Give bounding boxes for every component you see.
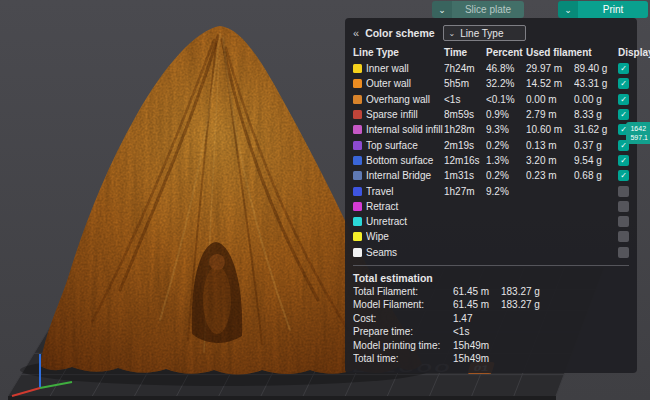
line-type-label: Bottom surface (366, 155, 444, 166)
filament-length-cell: 29.97 m (526, 63, 574, 74)
filament-weight-cell: 0.37 g (574, 140, 618, 151)
table-header: Line Type Time Percent Used filament Dis… (353, 44, 629, 61)
display-checkbox[interactable] (618, 216, 629, 227)
line-type-row: Internal solid infill1h28m9.3%10.60 m31.… (353, 122, 629, 137)
line-type-label: Outer wall (366, 78, 444, 89)
total-value: 15h49m (453, 353, 501, 364)
line-color-swatch (353, 141, 362, 150)
time-cell: 5h5m (444, 78, 486, 89)
filament-weight-cell: 31.62 g (574, 124, 618, 135)
total-row: Prepare time:<1s (353, 325, 629, 338)
line-type-rows: Inner wall7h24m46.8%29.97 m89.40 g✓Outer… (353, 61, 629, 260)
layer-height: 597.1 (630, 133, 648, 142)
line-color-swatch (353, 110, 362, 119)
col-percent: Percent (486, 47, 526, 58)
line-color-swatch (353, 187, 362, 196)
total-label: Model printing time: (353, 340, 453, 351)
col-line-type: Line Type (353, 47, 444, 58)
line-type-label: Travel (366, 186, 444, 197)
filament-length-cell: 0.00 m (526, 94, 574, 105)
display-checkbox[interactable]: ✓ (618, 94, 629, 105)
filament-length-cell: 3.20 m (526, 155, 574, 166)
line-type-row: Seams (353, 245, 629, 260)
line-type-row: Outer wall5h5m32.2%14.52 m43.31 g✓ (353, 76, 629, 91)
filament-length-cell: 10.60 m (526, 124, 574, 135)
panel-header: « Color scheme ⌄ Line Type (353, 22, 629, 44)
percent-cell: 0.2% (486, 170, 526, 181)
time-cell: 2m19s (444, 140, 486, 151)
line-type-row: Wipe (353, 229, 629, 244)
time-cell: 1h28m (444, 124, 486, 135)
line-type-row: Travel1h27m9.2% (353, 183, 629, 198)
print-button[interactable]: ⌄ Print (558, 1, 648, 18)
display-checkbox[interactable]: ✓ (618, 170, 629, 181)
time-cell: <1s (444, 94, 486, 105)
line-type-row: Bottom surface12m16s1.3%3.20 m9.54 g✓ (353, 153, 629, 168)
filament-weight-cell: 0.00 g (574, 94, 618, 105)
line-type-label: Unretract (366, 216, 444, 227)
display-checkbox[interactable]: ✓ (618, 155, 629, 166)
filament-weight-cell: 8.33 g (574, 109, 618, 120)
line-type-row: Sparse infill8m59s0.9%2.79 m8.33 g✓ (353, 107, 629, 122)
line-type-label: Internal solid infill (366, 124, 444, 135)
time-cell: 7h24m (444, 63, 486, 74)
collapse-icon[interactable]: « (353, 27, 359, 39)
total-value2: 183.27 g (501, 286, 629, 297)
display-checkbox[interactable] (618, 186, 629, 197)
print-dropdown-chevron-icon[interactable]: ⌄ (558, 1, 578, 18)
percent-cell: 9.3% (486, 124, 526, 135)
filament-length-cell: 0.13 m (526, 140, 574, 151)
total-value: 61.45 m (453, 299, 501, 310)
total-label: Total time: (353, 353, 453, 364)
total-value: 61.45 m (453, 286, 501, 297)
line-type-row: Unretract (353, 214, 629, 229)
line-color-swatch (353, 156, 362, 165)
view-mode-dropdown[interactable]: ⌄ Line Type (443, 25, 527, 41)
total-label: Prepare time: (353, 326, 453, 337)
total-label: Total Filament: (353, 286, 453, 297)
line-type-label: Overhang wall (366, 94, 444, 105)
line-type-label: Retract (366, 201, 444, 212)
percent-cell: 32.2% (486, 78, 526, 89)
line-type-row: Overhang wall<1s<0.1%0.00 m0.00 g✓ (353, 92, 629, 107)
display-checkbox[interactable] (618, 247, 629, 258)
line-type-row: Inner wall7h24m46.8%29.97 m89.40 g✓ (353, 61, 629, 76)
total-value: 15h49m (453, 340, 501, 351)
line-color-swatch (353, 248, 362, 257)
line-color-swatch (353, 79, 362, 88)
total-row: Model Filament:61.45 m183.27 g (353, 298, 629, 311)
slice-plate-button[interactable]: ⌄ Slice plate (432, 1, 524, 18)
line-type-label: Seams (366, 247, 444, 258)
plate-front-edge (8, 396, 556, 400)
total-row: Model printing time:15h49m (353, 338, 629, 351)
filament-weight-cell: 9.54 g (574, 155, 618, 166)
line-type-row: Retract (353, 199, 629, 214)
filament-length-cell: 14.52 m (526, 78, 574, 89)
total-value: 1.47 (453, 313, 501, 324)
total-row: Cost:1.47 (353, 312, 629, 325)
display-checkbox[interactable]: ✓ (618, 109, 629, 120)
line-type-row: Top surface2m19s0.2%0.13 m0.37 g✓ (353, 137, 629, 152)
total-value2: 183.27 g (501, 299, 629, 310)
time-cell: 12m16s (444, 155, 486, 166)
slice-plate-label: Slice plate (452, 1, 524, 18)
totals-title: Total estimation (353, 265, 629, 285)
line-color-swatch (353, 202, 362, 211)
total-value: <1s (453, 326, 501, 337)
line-type-label: Sparse infill (366, 109, 444, 120)
line-color-swatch (353, 232, 362, 241)
display-checkbox[interactable]: ✓ (618, 63, 629, 74)
time-cell: 8m59s (444, 109, 486, 120)
layer-slider-badge[interactable]: 1642 597.1 (626, 122, 650, 144)
filament-length-cell: 2.79 m (526, 109, 574, 120)
display-checkbox[interactable] (618, 231, 629, 242)
col-display: Display (618, 47, 650, 58)
display-checkbox[interactable] (618, 201, 629, 212)
percent-cell: 9.2% (486, 186, 526, 197)
percent-cell: 0.9% (486, 109, 526, 120)
display-checkbox[interactable]: ✓ (618, 78, 629, 89)
filament-weight-cell: 43.31 g (574, 78, 618, 89)
slice-dropdown-chevron-icon[interactable]: ⌄ (432, 1, 452, 18)
line-color-swatch (353, 125, 362, 134)
percent-cell: <0.1% (486, 94, 526, 105)
